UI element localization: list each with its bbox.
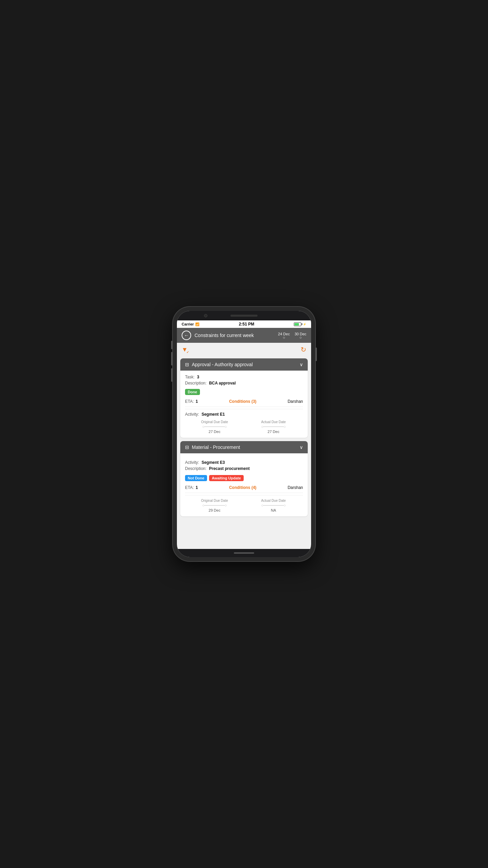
phone-bottom-bar bbox=[177, 549, 311, 557]
description-value: BCA approval bbox=[209, 381, 236, 386]
card-material-title: Material - Procurement bbox=[192, 445, 240, 450]
card-approval-header[interactable]: ⊟ Approval - Authority approval ∨ bbox=[180, 358, 308, 371]
home-indicator[interactable] bbox=[234, 552, 254, 554]
original-due-date-col: Original Due Date ◇ ◇ 27 Dec bbox=[185, 420, 244, 434]
card-approval-title: Approval - Authority approval bbox=[192, 362, 253, 367]
timeline-line-m bbox=[204, 505, 225, 506]
approval-card-icon: ⊟ bbox=[185, 362, 189, 367]
front-camera bbox=[204, 314, 207, 317]
assignee-label-m: Darshan bbox=[288, 485, 303, 490]
eta-label-m: ETA: bbox=[185, 485, 194, 490]
card-approval-header-left: ⊟ Approval - Authority approval bbox=[185, 362, 253, 367]
actual-timeline-line bbox=[263, 427, 284, 427]
filter-button[interactable]: ▼ ✓ bbox=[182, 346, 188, 353]
nav-header: ← Constraints for current week 24 Dec 30… bbox=[177, 328, 311, 343]
eta-value-m: 1 bbox=[196, 485, 198, 490]
actual-due-date-col-m: Actual Due Date ◇ ◇ NA bbox=[244, 499, 303, 512]
actual-due-timeline-m: ◇ ◇ bbox=[244, 504, 303, 507]
activity-row: Activity: Segment E1 bbox=[185, 412, 303, 417]
card-material: ⊟ Material - Procurement ∨ Activity: Seg… bbox=[180, 441, 308, 516]
conditions-link[interactable]: Conditions (3) bbox=[229, 399, 257, 404]
date-row: Original Due Date ◇ ◇ 27 Dec Actual Due … bbox=[185, 420, 303, 434]
status-right: ⚡ bbox=[294, 322, 306, 326]
task-value: 3 bbox=[197, 375, 199, 379]
original-due-date-col-m: Original Due Date ◇ ◇ 29 Dec bbox=[185, 499, 244, 512]
original-due-timeline: ◇ ◇ bbox=[185, 425, 244, 428]
dates-section: Original Due Date ◇ ◇ 27 Dec Actual Due … bbox=[185, 420, 303, 434]
status-bar: Carrier 📶 2:51 PM ⚡ bbox=[177, 320, 311, 328]
eta-value: 1 bbox=[196, 399, 198, 404]
actual-due-timeline: ◇ ◇ bbox=[244, 425, 303, 428]
card-approval-chevron-icon: ∨ bbox=[300, 362, 303, 367]
eta-label-value-m: ETA: 1 bbox=[185, 485, 198, 490]
battery-icon bbox=[294, 322, 301, 326]
timeline-line bbox=[204, 427, 225, 427]
volume-up-button[interactable] bbox=[171, 352, 172, 366]
conditions-link-m[interactable]: Conditions (4) bbox=[229, 485, 257, 490]
end-date-diamond bbox=[300, 336, 302, 339]
description-label-m: Description: bbox=[185, 466, 206, 471]
card-material-chevron-icon: ∨ bbox=[300, 445, 303, 450]
timeline-end-diamond: ◇ bbox=[225, 425, 227, 428]
description-value-m: Precast procurement bbox=[209, 466, 250, 471]
divider-m bbox=[185, 495, 303, 495]
battery-fill bbox=[294, 323, 299, 326]
material-card-icon: ⊟ bbox=[185, 445, 189, 450]
original-due-value-m: 29 Dec bbox=[209, 508, 221, 512]
actual-timeline-end-diamond: ◇ bbox=[284, 425, 286, 428]
filter-check-icon: ✓ bbox=[186, 351, 189, 354]
nav-title: Constraints for current week bbox=[195, 333, 278, 338]
carrier-label: Carrier bbox=[182, 322, 194, 326]
eta-label: ETA: bbox=[185, 399, 194, 404]
refresh-icon[interactable]: ↻ bbox=[301, 346, 306, 354]
card-material-body: Activity: Segment E3 Description: Precas… bbox=[180, 453, 308, 516]
status-left: Carrier 📶 bbox=[182, 322, 199, 326]
start-date-label: 24 Dec bbox=[278, 332, 290, 336]
eta-label-value: ETA: 1 bbox=[185, 399, 198, 404]
left-buttons bbox=[171, 341, 172, 382]
actual-due-label: Actual Due Date bbox=[261, 420, 286, 424]
original-due-label: Original Due Date bbox=[201, 420, 228, 424]
divider bbox=[185, 409, 303, 409]
task-label: Task: bbox=[185, 375, 195, 379]
activity-label: Activity: bbox=[185, 412, 199, 417]
activity-label-m: Activity: bbox=[185, 460, 199, 465]
scroll-area: ⊟ Approval - Authority approval ∨ Task: … bbox=[177, 356, 311, 549]
start-date-diamond bbox=[283, 336, 285, 339]
silent-button bbox=[171, 341, 172, 349]
card-material-header[interactable]: ⊟ Material - Procurement ∨ bbox=[180, 441, 308, 453]
speaker bbox=[230, 315, 258, 317]
phone-top-bar bbox=[177, 311, 311, 320]
back-button[interactable]: ← bbox=[182, 331, 191, 340]
timeline-end-diamond-m: ◇ bbox=[225, 504, 227, 507]
card-approval: ⊟ Approval - Authority approval ∨ Task: … bbox=[180, 358, 308, 438]
assignee-label: Darshan bbox=[288, 399, 303, 404]
volume-down-button[interactable] bbox=[171, 368, 172, 382]
toolbar: ▼ ✓ ↻ bbox=[177, 343, 311, 356]
description-row: Description: BCA approval bbox=[185, 381, 303, 386]
awaiting-update-badge: Awaiting Update bbox=[209, 475, 244, 481]
phone-frame: Carrier 📶 2:51 PM ⚡ ← Constraints for cu… bbox=[173, 307, 315, 561]
status-time: 2:51 PM bbox=[239, 322, 254, 327]
not-done-badge: Not Done bbox=[185, 475, 207, 481]
original-due-label-m: Original Due Date bbox=[201, 499, 228, 502]
activity-value-m: Segment E3 bbox=[202, 460, 225, 465]
actual-timeline-end-diamond-m: ◇ bbox=[284, 504, 286, 507]
actual-due-date-col: Actual Due Date ◇ ◇ 27 Dec bbox=[244, 420, 303, 434]
wifi-icon: 📶 bbox=[195, 322, 199, 326]
charging-icon: ⚡ bbox=[303, 323, 306, 326]
eta-conditions-row: ETA: 1 Conditions (3) Darshan bbox=[185, 399, 303, 407]
badge-group: Not Done Awaiting Update bbox=[185, 473, 303, 483]
original-due-value: 27 Dec bbox=[209, 430, 221, 434]
description-label: Description: bbox=[185, 381, 206, 386]
power-button[interactable] bbox=[316, 348, 317, 361]
date-row-m: Original Due Date ◇ ◇ 29 Dec Actual Due … bbox=[185, 499, 303, 512]
actual-due-label-m: Actual Due Date bbox=[261, 499, 286, 502]
description-row-m: Description: Precast procurement bbox=[185, 466, 303, 471]
task-row: Task: 3 bbox=[185, 375, 303, 379]
done-badge: Done bbox=[185, 389, 200, 395]
end-date: 30 Dec bbox=[294, 332, 306, 339]
back-arrow-icon: ← bbox=[184, 333, 189, 338]
activity-row-m: Activity: Segment E3 bbox=[185, 460, 303, 465]
activity-value: Segment E1 bbox=[202, 412, 225, 417]
